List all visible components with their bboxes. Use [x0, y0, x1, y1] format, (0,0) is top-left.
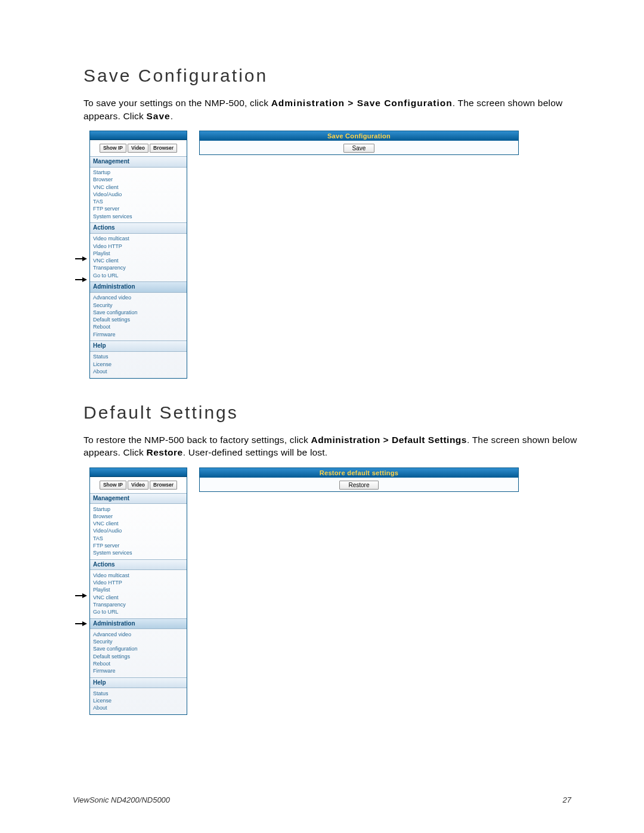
sidebar-item[interactable]: Video/Audio [93, 528, 184, 535]
sidebar-items-management: Startup Browser VNC client Video/Audio T… [90, 504, 187, 559]
text-bold: Save [147, 111, 171, 121]
sidebar-section-help[interactable]: Help [90, 340, 187, 352]
sidebar-item[interactable]: VNC client [93, 521, 184, 528]
text: . User-defined settings will be lost. [183, 447, 328, 457]
sidebar-item[interactable]: TAS [93, 535, 184, 542]
main-panel: Restore default settings Restore [199, 467, 519, 492]
sidebar-item[interactable]: Reboot [93, 324, 184, 331]
sidebar-item[interactable]: TAS [93, 199, 184, 206]
sidebar-item[interactable]: Firmware [93, 331, 184, 338]
tabs-row: Show IP Video Browser [90, 140, 187, 156]
sidebar-item[interactable]: Video multicast [93, 572, 184, 579]
sidebar-item[interactable]: FTP server [93, 206, 184, 213]
sidebar-item[interactable]: License [93, 698, 184, 705]
sidebar-item[interactable]: Video HTTP [93, 243, 184, 250]
sidebar-item[interactable]: Playlist [93, 587, 184, 594]
sidebar-section-actions[interactable]: Actions [90, 559, 187, 571]
arrow-icon [75, 277, 87, 282]
sidebar-item[interactable]: Default settings [93, 317, 184, 324]
ui-save-configuration: Show IP Video Browser Management Startup… [89, 131, 519, 378]
sidebar-item[interactable]: Transparency [93, 601, 184, 608]
sidebar-section-management[interactable]: Management [90, 493, 187, 504]
sidebar-item[interactable]: VNC client [93, 594, 184, 601]
sidebar-item[interactable]: About [93, 705, 184, 712]
sidebar-item[interactable]: Advanced video [93, 295, 184, 302]
sidebar-item[interactable]: Status [93, 690, 184, 697]
sidebar-item[interactable]: Transparency [93, 265, 184, 272]
sidebar-items-administration: Advanced video Security Save configurati… [90, 629, 187, 677]
sidebar-item[interactable]: System services [93, 213, 184, 220]
footer-page-number: 27 [563, 795, 571, 804]
text-bold: Administration > Default Settings [311, 435, 467, 445]
sidebar-header-strip [90, 468, 187, 477]
save-button[interactable]: Save [343, 144, 375, 153]
sidebar: Show IP Video Browser Management Startup… [89, 131, 187, 378]
sidebar-item[interactable]: Startup [93, 506, 184, 513]
para-default-settings: To restore the NMP-500 back to factory s… [83, 433, 578, 459]
tab-show-ip[interactable]: Show IP [100, 144, 126, 153]
ui-default-settings: Show IP Video Browser Management Startup… [89, 467, 519, 715]
sidebar-section-administration[interactable]: Administration [90, 281, 187, 293]
arrow-icon [75, 593, 87, 598]
sidebar-items-actions: Video multicast Video HTTP Playlist VNC … [90, 234, 187, 282]
text: To save your settings on the NMP-500, cl… [83, 98, 271, 108]
sidebar-item[interactable]: Startup [93, 169, 184, 176]
sidebar-item-default-settings[interactable]: Default settings [93, 653, 184, 660]
sidebar-item[interactable]: Browser [93, 176, 184, 184]
sidebar-item[interactable]: FTP server [93, 542, 184, 549]
sidebar-item[interactable]: Playlist [93, 250, 184, 257]
tab-video[interactable]: Video [128, 144, 148, 153]
heading-default-settings: Default Settings [83, 402, 578, 423]
sidebar-item[interactable]: Browser [93, 513, 184, 520]
main-panel: Save Configuration Save [199, 131, 519, 155]
text-bold: Restore [147, 447, 183, 457]
tabs-row: Show IP Video Browser [90, 477, 187, 493]
sidebar-items-help: Status License About [90, 352, 187, 378]
sidebar-item[interactable]: Security [93, 302, 184, 309]
sidebar-item[interactable]: VNC client [93, 258, 184, 265]
sidebar-item[interactable]: Status [93, 354, 184, 361]
sidebar-item[interactable]: About [93, 368, 184, 375]
heading-save-configuration: Save Configuration [83, 66, 578, 86]
text-bold: Administration > Save Configuration [271, 98, 453, 108]
para-save-config: To save your settings on the NMP-500, cl… [83, 97, 578, 122]
tab-browser[interactable]: Browser [150, 144, 177, 153]
sidebar-items-administration: Advanced video Security Save configurati… [90, 293, 187, 341]
sidebar-items-management: Startup Browser VNC client Video/Audio T… [90, 168, 187, 223]
sidebar-item[interactable]: Video HTTP [93, 580, 184, 587]
restore-button[interactable]: Restore [339, 481, 378, 490]
sidebar: Show IP Video Browser Management Startup… [89, 467, 187, 715]
sidebar-item-save-configuration[interactable]: Save configuration [93, 309, 184, 316]
tab-video[interactable]: Video [128, 481, 148, 490]
footer-product: ViewSonic ND4200/ND5000 [73, 795, 170, 804]
tab-show-ip[interactable]: Show IP [100, 481, 126, 490]
sidebar-item[interactable]: Reboot [93, 660, 184, 667]
sidebar-item[interactable]: System services [93, 550, 184, 557]
sidebar-items-actions: Video multicast Video HTTP Playlist VNC … [90, 570, 187, 618]
page-footer: ViewSonic ND4200/ND5000 27 [73, 795, 571, 804]
panel-body: Restore [200, 478, 518, 491]
sidebar-item[interactable]: Firmware [93, 668, 184, 675]
sidebar-section-actions[interactable]: Actions [90, 222, 187, 234]
sidebar-item[interactable]: Advanced video [93, 631, 184, 638]
sidebar-section-administration[interactable]: Administration [90, 618, 187, 630]
sidebar-items-help: Status License About [90, 688, 187, 714]
panel-body: Save [200, 141, 518, 154]
arrow-icon [75, 621, 87, 626]
sidebar-item[interactable]: VNC client [93, 184, 184, 191]
text: . [171, 111, 174, 121]
sidebar-item[interactable]: Save configuration [93, 646, 184, 653]
sidebar-item[interactable]: Video/Audio [93, 191, 184, 198]
sidebar-item[interactable]: Security [93, 639, 184, 646]
sidebar-item[interactable]: Go to URL [93, 272, 184, 279]
sidebar-section-management[interactable]: Management [90, 156, 187, 168]
sidebar-item[interactable]: License [93, 361, 184, 368]
sidebar-item[interactable]: Video multicast [93, 236, 184, 243]
sidebar-header-strip [90, 131, 187, 140]
arrow-icon [75, 256, 87, 261]
panel-title: Save Configuration [200, 131, 518, 141]
tab-browser[interactable]: Browser [150, 481, 177, 490]
sidebar-section-help[interactable]: Help [90, 677, 187, 689]
sidebar-item[interactable]: Go to URL [93, 609, 184, 616]
panel-title: Restore default settings [200, 468, 518, 478]
